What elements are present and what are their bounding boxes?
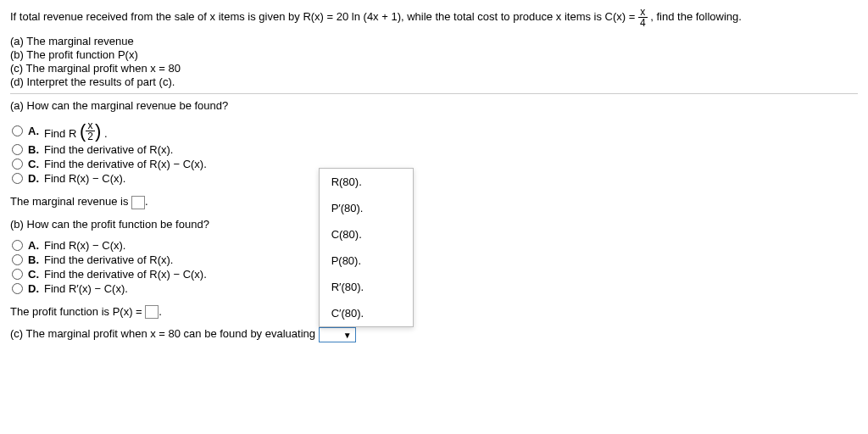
option-text: Find R(x) − C(x). bbox=[44, 172, 125, 185]
dropdown-select[interactable]: ▼ bbox=[319, 327, 356, 342]
dropdown-item[interactable]: P′(80). bbox=[320, 195, 413, 221]
answer-input[interactable] bbox=[145, 305, 159, 319]
option-label: C. bbox=[28, 158, 39, 170]
dropdown-item[interactable]: P(80). bbox=[320, 248, 413, 274]
part-c: (c) The marginal profit when x = 80 bbox=[10, 62, 858, 75]
part-d: (d) Interpret the results of part (c). bbox=[10, 75, 858, 88]
chevron-down-icon: ▼ bbox=[343, 331, 352, 340]
radio-icon bbox=[12, 125, 23, 136]
radio-icon bbox=[12, 283, 23, 294]
option-label: A. bbox=[28, 125, 39, 137]
option-text: Find R′(x) − C(x). bbox=[44, 282, 128, 295]
part-a: (a) The marginal revenue bbox=[10, 35, 858, 47]
option-label: C. bbox=[28, 268, 39, 281]
option-a-C[interactable]: C. Find the derivative of R(x) − C(x). bbox=[12, 158, 858, 170]
radio-icon bbox=[12, 173, 23, 184]
option-label: D. bbox=[28, 172, 39, 185]
option-a-A[interactable]: A. Find R ( x2 ) . bbox=[12, 120, 858, 142]
answer-b: The profit function is P(x) = . bbox=[10, 305, 366, 320]
option-b-D[interactable]: D. Find R′(x) − C(x). bbox=[12, 282, 366, 295]
option-b-A[interactable]: A. Find R(x) − C(x). bbox=[12, 239, 366, 252]
question-c-prompt: (c) The marginal profit when x = 80 can … bbox=[10, 327, 366, 342]
intro-text-post: , find the following. bbox=[650, 10, 742, 23]
problem-statement: If total revenue received from the sale … bbox=[10, 7, 858, 28]
question-b-prompt: (b) How can the profit function be found… bbox=[10, 218, 366, 231]
question-a-options: A. Find R ( x2 ) . B. Find the derivativ… bbox=[12, 120, 858, 185]
option-a-B[interactable]: B. Find the derivative of R(x). bbox=[12, 143, 858, 156]
question-a-prompt: (a) How can the marginal revenue be foun… bbox=[10, 99, 858, 112]
dropdown-item[interactable]: C(80). bbox=[320, 221, 413, 248]
dropdown-item[interactable]: C′(80). bbox=[320, 300, 413, 326]
option-text: Find R ( x2 ) . bbox=[44, 120, 108, 142]
radio-icon bbox=[12, 159, 23, 170]
option-text: Find R(x) − C(x). bbox=[44, 239, 125, 252]
option-text: Find the derivative of R(x) − C(x). bbox=[44, 158, 207, 170]
option-b-B[interactable]: B. Find the derivative of R(x). bbox=[12, 253, 366, 266]
option-label: D. bbox=[28, 282, 39, 295]
option-label: A. bbox=[28, 239, 39, 252]
option-a-D[interactable]: D. Find R(x) − C(x). bbox=[12, 172, 858, 185]
dropdown-list: R(80). P′(80). C(80). P(80). R′(80). C′(… bbox=[319, 168, 414, 327]
cost-fraction: x 4 bbox=[638, 7, 648, 28]
radio-icon bbox=[12, 254, 23, 265]
radio-icon bbox=[12, 269, 23, 280]
radio-icon bbox=[12, 240, 23, 251]
option-text: Find the derivative of R(x). bbox=[44, 253, 173, 266]
dropdown-item[interactable]: R′(80). bbox=[320, 274, 413, 300]
option-text: Find the derivative of R(x). bbox=[44, 143, 173, 156]
radio-icon bbox=[12, 144, 23, 155]
question-b-options: A. Find R(x) − C(x). B. Find the derivat… bbox=[12, 239, 366, 295]
part-list: (a) The marginal revenue (b) The profit … bbox=[10, 35, 858, 88]
dropdown-item[interactable]: R(80). bbox=[320, 169, 413, 195]
option-b-C[interactable]: C. Find the derivative of R(x) − C(x). bbox=[12, 268, 366, 281]
option-label: B. bbox=[28, 143, 39, 156]
divider bbox=[10, 93, 858, 94]
answer-input[interactable] bbox=[131, 196, 145, 209]
option-text: Find the derivative of R(x) − C(x). bbox=[44, 268, 207, 281]
intro-text-pre: If total revenue received from the sale … bbox=[10, 10, 638, 23]
part-b: (b) The profit function P(x) bbox=[10, 48, 858, 61]
answer-a: The marginal revenue is . bbox=[10, 195, 858, 209]
option-label: B. bbox=[28, 253, 39, 266]
